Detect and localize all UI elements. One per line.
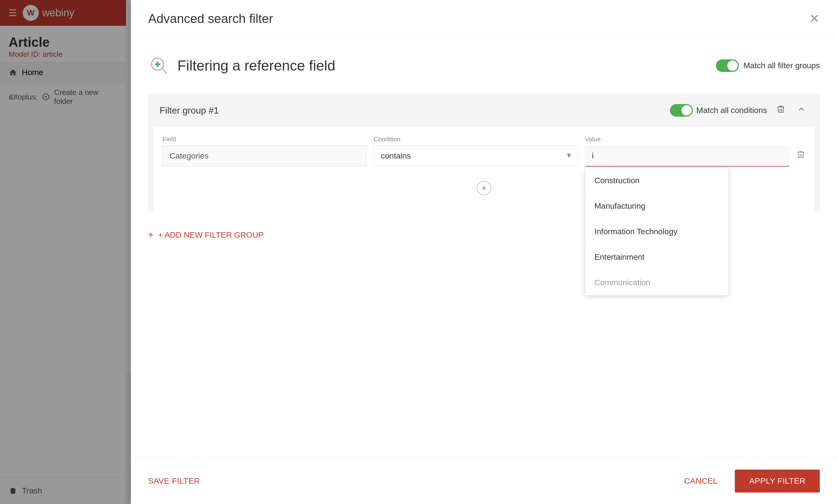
match-all-conditions-toggle[interactable] xyxy=(670,104,693,117)
match-all-filter-groups-label: Match all filter groups xyxy=(744,61,820,70)
value-field-container: Value ConstructionManufacturingInformati… xyxy=(585,136,789,167)
add-filter-group-label: + ADD NEW FILTER GROUP xyxy=(158,230,264,240)
filter-heading-left: Filtering a reference field xyxy=(148,55,335,77)
delete-condition-button[interactable] xyxy=(796,144,805,167)
modal-body: Filtering a reference field Match all fi… xyxy=(131,38,837,458)
apply-filter-button[interactable]: APPLY FILTER xyxy=(735,470,820,492)
condition-selector: Condition contains ▼ xyxy=(374,136,578,166)
filter-group-body: Field Categories Condition contains ▼ xyxy=(154,127,814,212)
svg-line-28 xyxy=(162,69,167,74)
add-condition-icon xyxy=(477,181,491,195)
value-label: Value xyxy=(585,136,789,143)
dropdown-item[interactable]: Entertainment xyxy=(585,245,728,270)
match-all-filter-groups-toggle[interactable] xyxy=(716,59,739,72)
plus-icon: + xyxy=(148,230,154,240)
filter-heading-row: Filtering a reference field Match all fi… xyxy=(148,55,820,77)
footer-right: CANCEL APPLY FILTER xyxy=(676,470,820,492)
filter-group-title: Filter group #1 xyxy=(160,105,219,116)
filter-group-controls: Match all conditions xyxy=(670,102,808,118)
filter-row-1: Field Categories Condition contains ▼ xyxy=(162,136,805,167)
delete-group-button[interactable] xyxy=(774,102,788,118)
cancel-button[interactable]: CANCEL xyxy=(676,471,727,491)
value-dropdown: ConstructionManufacturingInformation Tec… xyxy=(585,168,729,296)
collapse-group-button[interactable] xyxy=(795,102,808,118)
close-icon[interactable]: ✕ xyxy=(809,12,820,25)
match-all-conditions-row: Match all conditions xyxy=(670,104,767,117)
dropdown-item[interactable]: Information Technology xyxy=(585,219,728,245)
value-input[interactable] xyxy=(585,145,789,167)
field-label: Field xyxy=(162,136,367,143)
filter-title: Filtering a reference field xyxy=(177,57,335,74)
filter-group-1: Filter group #1 Match all conditions xyxy=(148,94,820,212)
field-value[interactable]: Categories xyxy=(162,145,367,167)
modal-footer: SAVE FILTER CANCEL APPLY FILTER xyxy=(131,458,837,504)
advanced-search-modal: Advanced search filter ✕ Filtering a ref… xyxy=(131,0,837,504)
match-all-conditions-label: Match all conditions xyxy=(696,106,767,115)
condition-label: Condition xyxy=(374,136,578,143)
match-all-filter-groups-row: Match all filter groups xyxy=(716,59,820,72)
condition-chevron-icon: ▼ xyxy=(566,151,572,160)
condition-select[interactable]: contains xyxy=(374,145,578,166)
modal-header: Advanced search filter ✕ xyxy=(131,0,837,38)
filter-group-header: Filter group #1 Match all conditions xyxy=(148,94,820,127)
save-filter-button[interactable]: SAVE FILTER xyxy=(148,477,200,486)
search-icon xyxy=(148,55,169,77)
field-selector: Field Categories xyxy=(162,136,367,167)
dropdown-item[interactable]: Construction xyxy=(585,168,728,193)
modal-title: Advanced search filter xyxy=(148,12,273,26)
dropdown-item[interactable]: Communication xyxy=(585,270,728,295)
dropdown-item[interactable]: Manufacturing xyxy=(585,193,728,219)
